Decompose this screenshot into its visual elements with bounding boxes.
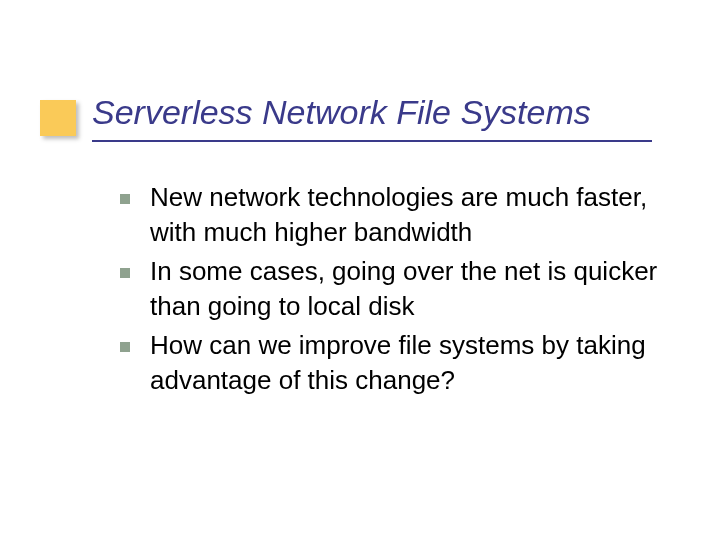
list-item: In some cases, going over the net is qui… <box>120 254 660 324</box>
bullet-text: In some cases, going over the net is qui… <box>150 254 660 324</box>
slide-title: Serverless Network File Systems <box>92 92 690 133</box>
list-item: How can we improve file systems by takin… <box>120 328 660 398</box>
bullet-square-icon <box>120 268 130 278</box>
list-item: New network technologies are much faster… <box>120 180 660 250</box>
slide: Serverless Network File Systems New netw… <box>0 0 720 540</box>
bullet-text: How can we improve file systems by takin… <box>150 328 660 398</box>
accent-square-icon <box>40 100 76 136</box>
bullet-square-icon <box>120 194 130 204</box>
bullet-text: New network technologies are much faster… <box>150 180 660 250</box>
title-underline <box>92 140 652 142</box>
slide-body: New network technologies are much faster… <box>120 180 660 403</box>
bullet-square-icon <box>120 342 130 352</box>
